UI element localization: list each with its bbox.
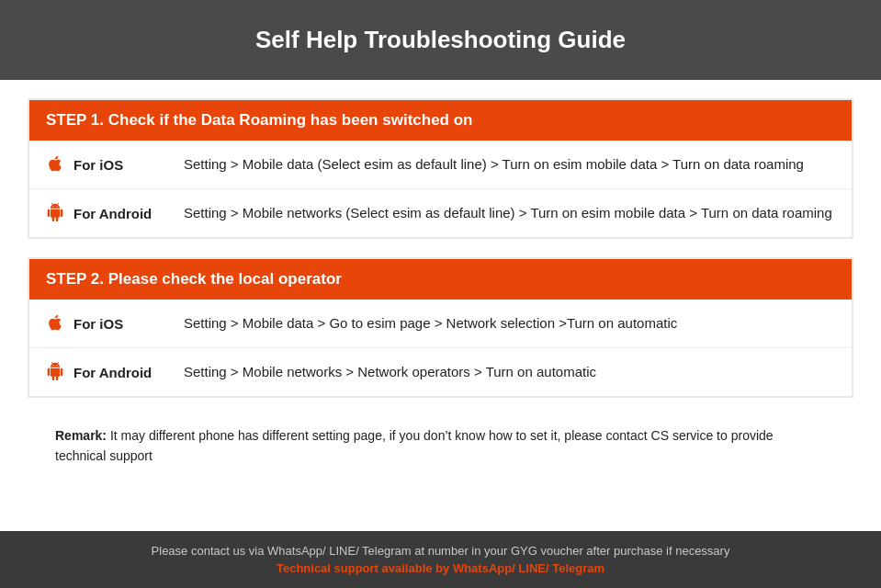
step1-ios-label: For iOS <box>46 153 184 175</box>
step1-header: STEP 1. Check if the Data Roaming has be… <box>29 100 852 141</box>
remark-text: It may different phone has different set… <box>55 428 774 463</box>
step2-android-row: For Android Setting > Mobile networks > … <box>29 348 852 396</box>
step2-header: STEP 2. Please check the local operator <box>29 259 852 300</box>
step2-ios-label: For iOS <box>46 312 184 334</box>
step2-block: STEP 2. Please check the local operator … <box>28 257 853 398</box>
footer: Please contact us via WhatsApp/ LINE/ Te… <box>0 531 881 588</box>
android-icon-2 <box>46 362 66 382</box>
step1-ios-text: Setting > Mobile data (Select esim as de… <box>184 153 835 175</box>
step1-android-label: For Android <box>46 202 184 223</box>
remark-section: Remark: It may different phone has diffe… <box>28 416 853 485</box>
step2-ios-label-text: For iOS <box>73 316 123 332</box>
main-content: STEP 1. Check if the Data Roaming has be… <box>0 80 881 531</box>
footer-text: Please contact us via WhatsApp/ LINE/ Te… <box>152 544 730 558</box>
step2-android-text: Setting > Mobile networks > Network oper… <box>184 361 835 383</box>
page-header: Self Help Troubleshooting Guide <box>0 0 881 80</box>
step1-block: STEP 1. Check if the Data Roaming has be… <box>28 98 853 239</box>
page-title: Self Help Troubleshooting Guide <box>18 26 863 54</box>
step1-android-text: Setting > Mobile networks (Select esim a… <box>184 202 835 224</box>
step2-ios-row: For iOS Setting > Mobile data > Go to es… <box>29 300 852 348</box>
step2-android-label: For Android <box>46 361 184 382</box>
step2-android-label-text: For Android <box>73 365 152 380</box>
step1-android-label-text: For Android <box>73 206 152 221</box>
step1-android-row: For Android Setting > Mobile networks (S… <box>29 189 852 237</box>
remark-label: Remark: <box>55 428 107 443</box>
step1-ios-label-text: For iOS <box>73 157 123 173</box>
step1-ios-row: For iOS Setting > Mobile data (Select es… <box>29 141 852 189</box>
step1-body: For iOS Setting > Mobile data (Select es… <box>29 141 852 237</box>
footer-support-text: Technical support available by WhatsApp/… <box>18 561 863 575</box>
step2-body: For iOS Setting > Mobile data > Go to es… <box>29 300 852 396</box>
apple-icon-2 <box>46 313 66 334</box>
step2-ios-text: Setting > Mobile data > Go to esim page … <box>184 312 835 334</box>
android-icon <box>46 203 66 223</box>
apple-icon <box>46 154 66 175</box>
